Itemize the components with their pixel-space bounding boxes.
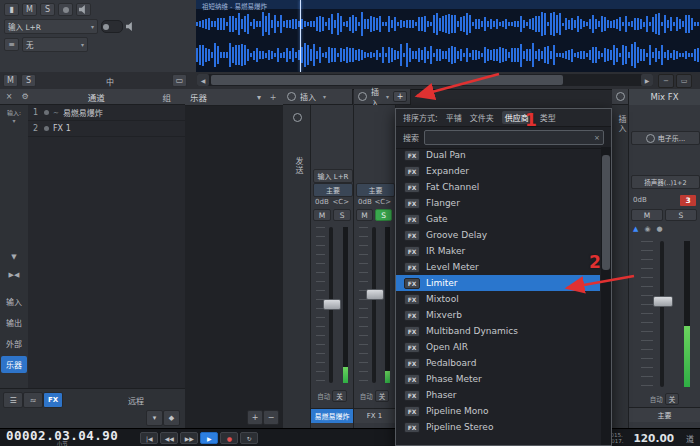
remote-tab[interactable]: 远程	[128, 395, 144, 406]
record-button[interactable]: ●	[220, 432, 238, 444]
ch1-fader[interactable]	[313, 225, 351, 385]
ch2-solo-button[interactable]: S	[375, 209, 392, 221]
bypass-icon[interactable]	[287, 92, 296, 101]
talkback-icon[interactable]: ◉	[644, 225, 650, 233]
global-solo-button[interactable]: S	[21, 74, 36, 87]
view-mode-button[interactable]: ▭	[172, 74, 187, 87]
ch2-pan-value[interactable]: <C>	[374, 198, 391, 206]
rewind-button[interactable]: ◀◀	[160, 432, 178, 444]
zoom-out-button[interactable]: −	[658, 74, 674, 88]
bypass-icon[interactable]	[358, 92, 367, 101]
play-button[interactable]: ▶	[200, 432, 218, 444]
arrangement-view[interactable]: 祖短纳维 - 易燃易爆炸	[196, 0, 700, 72]
channel-list-row[interactable]: 2 FX 1	[28, 121, 185, 137]
plugin-list-item[interactable]: FXOpen AIR	[396, 339, 600, 355]
plugin-list-item[interactable]: FXPedalboard	[396, 355, 600, 371]
sort-tab-flat[interactable]: 平铺	[446, 112, 462, 123]
tempo-display[interactable]: 120.00	[633, 432, 674, 444]
chevron-down-icon[interactable]: ▾	[323, 93, 326, 100]
plugin-list-item[interactable]: FXGate	[396, 211, 600, 227]
monitor-icon[interactable]: ▲	[633, 225, 638, 233]
ch2-fader[interactable]	[356, 225, 393, 385]
remove-button[interactable]: −	[263, 410, 279, 425]
main-gain-value[interactable]: 0dB	[633, 196, 647, 204]
scroll-left-icon[interactable]: ◀	[197, 74, 209, 86]
clear-search-icon[interactable]: ×	[591, 134, 603, 142]
plugin-list-item[interactable]: FXPhaser	[396, 387, 600, 403]
track-drag-handle[interactable]: ▮	[4, 3, 19, 16]
ch2-output-bus[interactable]: 主要	[356, 183, 395, 197]
plugin-list-item[interactable]: FXFat Channel	[396, 179, 600, 195]
ch1-solo-button[interactable]: S	[333, 209, 351, 221]
plugin-list-item[interactable]: FXPipeline Stereo	[396, 419, 600, 435]
ch1-inserts-header[interactable]: 插入 ▾	[283, 89, 353, 105]
plugin-list-item[interactable]: FXDual Pan	[396, 147, 600, 163]
plugin-list-item[interactable]: FXExpander	[396, 163, 600, 179]
ch1-name-plate[interactable]: 易燃易爆炸	[311, 408, 353, 423]
track-monitor-button[interactable]	[76, 3, 91, 16]
plugin-list-item[interactable]: FXIR Maker	[396, 243, 600, 259]
add-button[interactable]: +	[247, 410, 263, 425]
chevron-down-icon[interactable]: ▾	[254, 93, 264, 102]
bank-instruments[interactable]: 乐器	[1, 356, 27, 373]
plugin-list-item[interactable]: FXLimiter	[396, 275, 600, 291]
ch2-gain-value[interactable]: 0dB	[358, 198, 372, 206]
timeline-scrollbar[interactable]: ◀ ▶	[197, 74, 653, 86]
plugin-list-item[interactable]: FXMultiband Dynamics	[396, 323, 600, 339]
plugin-list-item[interactable]: FXMixtool	[396, 291, 600, 307]
playhead[interactable]	[300, 0, 301, 72]
chevron-down-icon[interactable]: ▾	[146, 410, 163, 426]
zoom-preset-button[interactable]: ▭	[676, 74, 692, 88]
fader-cap[interactable]	[323, 299, 341, 310]
scroll-right-icon[interactable]: ▶	[641, 74, 653, 86]
plugin-list-item[interactable]: FXGroove Delay	[396, 227, 600, 243]
collapse-all-icon[interactable]: ▼	[0, 253, 28, 261]
ch1-input-select[interactable]: 输入 L+R	[313, 169, 353, 183]
main-mute-button[interactable]: M	[631, 209, 663, 221]
ch2-mute-button[interactable]: M	[356, 209, 373, 221]
global-mute-button[interactable]: M	[3, 74, 18, 87]
close-icon[interactable]: ×	[4, 92, 14, 101]
sort-tab-vendor[interactable]: 供应商	[502, 111, 532, 124]
main-name-plate[interactable]: 主要	[629, 407, 700, 422]
fx-view-button[interactable]: FX	[43, 392, 63, 408]
track-instrument-select[interactable]: 无 ▾	[22, 37, 88, 52]
mixfx-preset-select[interactable]: 电子乐...	[631, 131, 700, 145]
sends-rack-label[interactable]: 发送	[293, 157, 304, 175]
bypass-icon[interactable]	[616, 92, 625, 101]
bank-external[interactable]: 外部	[1, 335, 27, 352]
narrow-view-icon[interactable]: ≈	[23, 392, 43, 408]
main-device-select[interactable]: 扬声器(..)1+2	[631, 175, 700, 189]
plugin-list-item[interactable]: FXPipeline Mono	[396, 403, 600, 419]
ch1-pan-value[interactable]: <C>	[332, 198, 349, 206]
forward-button[interactable]: ▶▶	[180, 432, 198, 444]
mono-icon[interactable]: ●	[657, 225, 663, 233]
ch1-mute-button[interactable]: M	[313, 209, 331, 221]
input-monitor-toggle[interactable]	[101, 20, 123, 33]
chevron-down-icon[interactable]: ▾	[386, 93, 389, 100]
add-instrument-button[interactable]: +	[268, 93, 278, 102]
sort-tab-folder[interactable]: 文件夹	[470, 112, 494, 123]
main-inserts-header[interactable]	[612, 89, 629, 105]
scrollbar-thumb[interactable]	[602, 155, 610, 270]
inserts-rack-label[interactable]: 插入	[616, 115, 627, 133]
diamond-icon[interactable]: ◆	[163, 410, 180, 426]
plugin-list-item[interactable]: FXPhase Meter	[396, 371, 600, 387]
search-field[interactable]: ×	[424, 130, 604, 145]
ch1-gain-value[interactable]: 0dB	[315, 198, 329, 206]
clip-indicator[interactable]: 3	[680, 195, 696, 206]
channel-list-row[interactable]: 1 ~ 易燃易爆炸	[28, 105, 185, 121]
bank-outputs[interactable]: 输出	[1, 314, 27, 331]
fader-cap[interactable]	[653, 296, 673, 307]
ch2-inserts-header[interactable]: 插入 ▾ +	[354, 89, 411, 105]
plugin-list-scrollbar[interactable]	[601, 147, 611, 445]
automation-mode[interactable]: 关	[665, 393, 680, 405]
plugin-list-item[interactable]: FXLevel Meter	[396, 259, 600, 275]
bank-inputs[interactable]: 输入	[1, 293, 27, 310]
fader-cap[interactable]	[366, 289, 384, 300]
list-view-icon[interactable]: ☰	[3, 392, 23, 408]
time-display[interactable]: 00002.03.04.90 小节	[6, 430, 118, 446]
ch2-name-plate[interactable]: FX 1	[354, 408, 395, 423]
loop-button[interactable]: ↻	[240, 432, 258, 444]
automation-mode[interactable]: 关	[332, 390, 347, 402]
